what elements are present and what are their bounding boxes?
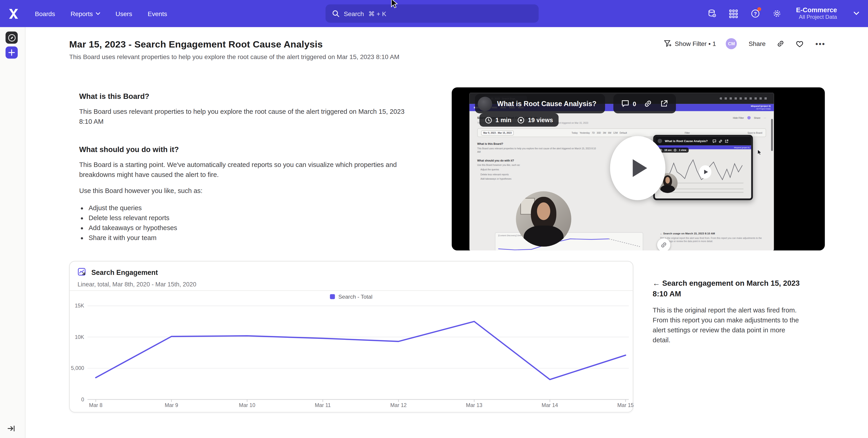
nav-item-events[interactable]: Events <box>148 10 167 17</box>
mini-heading: What is this Board? <box>477 142 596 145</box>
mini-paragraph: Use this Board however you like, such as… <box>477 164 596 167</box>
mini-date-range: Mar 9, 2023 - Mar 15, 2023 <box>481 130 514 135</box>
mini-quick-ranges: Today Yesterday 7D 30D 3M 6M 12M Default <box>571 131 627 134</box>
x-axis-tick-label: Mar 9 <box>165 402 178 408</box>
mini-bullet: Delete less relevant reports <box>477 173 596 176</box>
intro-bullet-list: Adjust the queries Delete less relevant … <box>79 203 419 243</box>
mini-board-actions: Hide Filter Share ··· <box>733 116 766 120</box>
open-external-icon[interactable] <box>660 100 668 108</box>
video-action-bar: 0 <box>613 94 676 113</box>
search-placeholder: Search <box>344 10 364 17</box>
help-icon[interactable]: ? <box>751 9 760 18</box>
video-stats-bar: 1 min 19 views <box>479 113 558 127</box>
list-item: Add takeaways or hypotheses <box>89 223 419 233</box>
copy-link-button[interactable] <box>777 40 784 47</box>
expand-arrow-icon <box>7 425 15 432</box>
video-views: 19 views <box>528 117 553 123</box>
mini-scrollbar <box>771 119 773 151</box>
mixpanel-logo-icon[interactable] <box>8 7 19 20</box>
nav-item-label: Boards <box>35 10 55 17</box>
nav-item-reports[interactable]: Reports <box>70 10 100 17</box>
link-icon <box>719 139 722 143</box>
report-card-header: Search Engagement Linear, total, Mar 8th… <box>78 268 196 288</box>
comment-icon[interactable] <box>621 100 629 108</box>
side-note-heading: ← Search engagement on March 15, 2023 8:… <box>653 278 800 299</box>
link-icon <box>660 242 667 248</box>
nav-left: Boards Reports Users Events <box>8 0 167 27</box>
play-button[interactable] <box>610 136 665 200</box>
show-filter-label: Show Filter • 1 <box>675 40 716 47</box>
intro-heading-2: What should you do with it? <box>79 145 419 154</box>
svg-text:?: ? <box>754 11 757 16</box>
mini-project-switcher: Mixpanel (project 5)All Project Data <box>751 105 771 110</box>
mini-heading: What should you do with it? <box>477 159 596 162</box>
show-filter-button[interactable]: Show Filter • 1 <box>664 40 716 47</box>
chart-legend: Search - Total <box>70 294 633 300</box>
mini-filter-label: Filter <box>685 131 690 134</box>
intro-paragraph-3: Use this Board however you like, such as… <box>79 186 419 196</box>
video-player[interactable]: Mar 15, 2023 - Search Enga… Mixpanel (pr… <box>452 87 825 250</box>
presenter-webcam <box>516 192 571 246</box>
comment-icon <box>713 139 716 143</box>
create-board-button[interactable] <box>5 46 18 59</box>
list-item: Adjust the queries <box>89 203 419 213</box>
intro-paragraph-1: This Board uses relevant properties to h… <box>79 107 419 127</box>
project-switcher[interactable]: E-Commerce All Project Data <box>796 6 837 20</box>
apps-grid-icon[interactable] <box>729 9 739 18</box>
mini-chart-card: [Content Discovery] Omnisearch Report Li… <box>495 232 643 250</box>
intro-text-card: What is this Board? This Board uses rele… <box>79 92 419 243</box>
side-note-body: This is the original report the alert wa… <box>653 305 800 345</box>
expand-sidebar-button[interactable] <box>7 425 16 434</box>
nav-item-label: Users <box>116 10 132 17</box>
nav-item-users[interactable]: Users <box>116 10 132 17</box>
report-card-search-engagement[interactable]: Search Engagement Linear, total, Mar 8th… <box>69 261 633 413</box>
page-subtitle: This Board uses relevant properties to h… <box>69 54 399 60</box>
nested-play-button <box>699 165 711 179</box>
more-menu-button[interactable]: ••• <box>815 40 826 48</box>
search-input[interactable]: Search ⌘ + K <box>326 4 539 23</box>
mini-share: Share <box>754 116 761 119</box>
link-icon[interactable] <box>644 100 652 108</box>
list-item: Delete less relevant reports <box>89 213 419 223</box>
nested-video-title-bar: What is Root Cause Analysis? <box>655 137 751 145</box>
nested-video-player: What is Root Cause Analysis? Mixpanel (p… <box>653 135 753 200</box>
x-axis-tick-label: Mar 13 <box>466 402 482 408</box>
video-copy-link-button[interactable] <box>657 238 671 250</box>
divider <box>70 290 633 291</box>
nav-item-label: Reports <box>70 10 93 17</box>
avatar[interactable]: CM <box>726 38 737 49</box>
report-title: Search Engagement <box>91 269 158 276</box>
line-chart-report-icon <box>78 268 87 277</box>
chevron-down-icon <box>96 12 100 15</box>
x-axis-tick-label: Mar 11 <box>315 402 331 408</box>
favorite-button[interactable] <box>796 40 804 47</box>
nav-right: ? E-Commerce All Project Data <box>707 0 859 27</box>
list-item: Share it with your team <box>89 233 419 243</box>
nested-author-avatar <box>657 139 662 143</box>
notification-dot <box>757 7 761 11</box>
data-management-icon[interactable] <box>707 9 717 18</box>
chevron-down-icon <box>854 11 859 15</box>
mini-usage-note: ← Search usage on March 15, 2023 8:10 AM… <box>660 232 765 243</box>
left-rail <box>0 27 25 438</box>
settings-gear-icon[interactable] <box>772 9 782 18</box>
page-title: Mar 15, 2023 - Search Engagement Root Ca… <box>69 39 322 50</box>
mini-project-name: Mixpanel (project 5) <box>751 105 771 107</box>
search-shortcut: ⌘ + K <box>368 10 386 18</box>
nav-item-boards[interactable]: Boards <box>35 10 55 17</box>
y-axis-tick-label: 15K <box>69 303 84 308</box>
x-axis-tick-label: Mar 14 <box>541 402 558 408</box>
share-button[interactable]: Share <box>749 40 766 47</box>
mini-usage-heading: ← Search usage on March 15, 2023 8:10 AM <box>660 232 765 235</box>
heart-icon <box>796 40 804 47</box>
line-chart-plot[interactable] <box>87 302 629 405</box>
eye-icon <box>674 149 677 151</box>
clock-icon <box>485 116 492 124</box>
nav-menu: Boards Reports Users Events <box>35 10 167 17</box>
report-subtitle: Linear, total, Mar 8th, 2020 - Mar 15th,… <box>78 281 196 288</box>
mini-browser-toolbar-icons <box>720 97 770 100</box>
x-axis-tick-label: Mar 8 <box>89 402 102 408</box>
discover-button[interactable] <box>5 31 18 44</box>
side-note-card: ← Search engagement on March 15, 2023 8:… <box>653 278 800 345</box>
project-name: E-Commerce <box>796 6 837 14</box>
